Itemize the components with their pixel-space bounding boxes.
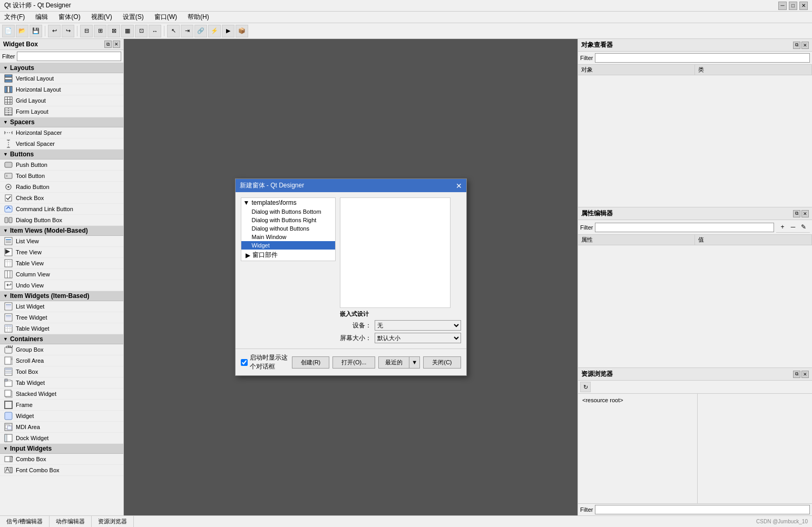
widget-item[interactable]: Push Button	[0, 160, 123, 171]
widget-box-close-btn[interactable]: ✕	[113, 41, 120, 48]
bottom-tab-动作编辑器[interactable]: 动作编辑器	[50, 516, 92, 527]
section-header-item-views-(model-based)[interactable]: ▼Item Views (Model-Based)	[0, 226, 123, 236]
layout-h-button[interactable]: ⊟	[80, 25, 93, 37]
menubar-item[interactable]: 帮助(H)	[185, 12, 211, 23]
tree-item-3[interactable]: Main Window	[241, 233, 335, 241]
resource-browser-close-btn[interactable]: ✕	[801, 371, 809, 378]
close-dialog-button[interactable]: 关闭(C)	[423, 356, 461, 369]
device-select[interactable]: 无	[375, 320, 461, 331]
prop-remove-btn[interactable]: ─	[789, 223, 797, 231]
section-header-layouts[interactable]: ▼Layouts	[0, 63, 123, 73]
widget-item[interactable]: Dialog Button Box	[0, 215, 123, 226]
tree-item-0[interactable]: Dialog with Buttons Bottom	[241, 207, 335, 216]
widget-item[interactable]: Tree Widget	[0, 312, 123, 323]
widget-item[interactable]: List Widget	[0, 301, 123, 312]
menubar-item[interactable]: 文件(F)	[2, 12, 27, 23]
buddy-button[interactable]: 🔗	[194, 25, 207, 37]
property-editor-filter-input[interactable]	[595, 223, 774, 232]
modal-close-btn[interactable]: ✕	[456, 182, 462, 190]
prop-edit-btn[interactable]: ✎	[799, 223, 808, 231]
object-inspector-filter-input[interactable]	[595, 53, 810, 63]
menubar-item[interactable]: 窗体(O)	[56, 12, 82, 23]
widget-box-float-btn[interactable]: ⧉	[104, 41, 112, 48]
prop-add-btn[interactable]: +	[778, 223, 787, 231]
object-inspector-float-btn[interactable]: ⧉	[793, 42, 800, 49]
widget-item[interactable]: Frame	[0, 400, 123, 411]
menubar-item[interactable]: 视图(V)	[89, 12, 114, 23]
action-button[interactable]: ▶	[222, 25, 234, 37]
widget-item[interactable]: Grid Layout	[0, 95, 123, 106]
property-editor-close-btn[interactable]: ✕	[801, 210, 809, 217]
widget-item[interactable]: AFont Combo Box	[0, 465, 123, 476]
pointer-button[interactable]: ↖	[167, 25, 180, 37]
widget-item[interactable]: Scroll Area	[0, 355, 123, 366]
bottom-tab-信号-槽编辑器[interactable]: 信号/槽编辑器	[0, 516, 50, 527]
maximize-button[interactable]: □	[789, 2, 797, 10]
property-editor-float-btn[interactable]: ⧉	[793, 210, 800, 217]
tree-item-2[interactable]: Dialog without Buttons	[241, 224, 335, 233]
undo-button[interactable]: ↩	[48, 25, 61, 37]
section-header-input-widgets[interactable]: ▼Input Widgets	[0, 444, 123, 454]
signal-slot-button[interactable]: ⚡	[208, 25, 221, 37]
widget-item[interactable]: Table Widget	[0, 323, 123, 334]
layout-grid-button[interactable]: ⊠	[107, 25, 120, 37]
bottom-tab-资源浏览器[interactable]: 资源浏览器	[92, 516, 134, 527]
tree-child-row[interactable]: ▶ 窗口部件	[241, 250, 335, 261]
resource-root-item[interactable]: <resource root>	[580, 396, 695, 404]
widget-item[interactable]: Table View	[0, 258, 123, 269]
widget-item[interactable]: Horizontal Layout	[0, 84, 123, 95]
adjust-size-button[interactable]: ↔	[149, 25, 161, 37]
widget-item[interactable]: Stacked Widget	[0, 389, 123, 400]
widget-item[interactable]: Tool Button	[0, 171, 123, 182]
section-header-containers[interactable]: ▼Containers	[0, 334, 123, 344]
widget-box-filter-input[interactable]	[17, 52, 121, 61]
widget-item[interactable]: Tool Box	[0, 366, 123, 377]
widget-item[interactable]: Vertical Spacer	[0, 138, 123, 150]
save-button[interactable]: 💾	[30, 25, 42, 37]
widget-item[interactable]: Vertical Layout	[0, 73, 123, 84]
widget-item[interactable]: List View	[0, 236, 123, 247]
widget-item[interactable]: Column View	[0, 269, 123, 280]
canvas-area[interactable]: 新建窗体 - Qt Designer ✕ ▼ templates\forms	[124, 39, 578, 515]
minimize-button[interactable]: ─	[778, 2, 787, 10]
resource-filter-input[interactable]	[595, 505, 810, 514]
resource-browser-float-btn[interactable]: ⧉	[793, 371, 800, 378]
recent-arrow-btn[interactable]: ▼	[409, 356, 420, 369]
section-header-item-widgets-(item-based)[interactable]: ▼Item Widgets (Item-Based)	[0, 291, 123, 301]
tree-parent-item[interactable]: ▼ templates\forms	[241, 198, 335, 207]
tree-item-4[interactable]: Widget	[241, 241, 335, 250]
tab-order-button[interactable]: ⇥	[181, 25, 193, 37]
widget-item[interactable]: Radio Button	[0, 182, 123, 193]
widget-item[interactable]: ▶Tree View	[0, 247, 123, 258]
widget-item[interactable]: abcGroup Box	[0, 344, 123, 355]
widget-item[interactable]: Form Layout	[0, 106, 123, 117]
menubar-item[interactable]: 编辑	[33, 12, 50, 23]
menubar-item[interactable]: 设置(S)	[121, 12, 146, 23]
screen-select[interactable]: 默认大小	[375, 333, 461, 343]
widget-item[interactable]: Tab Widget	[0, 377, 123, 389]
resource-button[interactable]: 📦	[236, 25, 248, 37]
layout-form-button[interactable]: ▦	[121, 25, 134, 37]
widget-item[interactable]: Widget	[0, 411, 123, 422]
open-button[interactable]: 📂	[16, 25, 28, 37]
tree-item-1[interactable]: Dialog with Buttons Right	[241, 216, 335, 224]
section-header-spacers[interactable]: ▼Spacers	[0, 117, 123, 127]
show-dialog-checkbox[interactable]	[241, 359, 248, 366]
widget-item[interactable]: MDI Area	[0, 422, 123, 433]
new-button[interactable]: 📄	[2, 25, 15, 37]
widget-item[interactable]: Command Link Button	[0, 204, 123, 215]
section-header-buttons[interactable]: ▼Buttons	[0, 150, 123, 160]
create-button[interactable]: 创建(R)	[292, 356, 329, 369]
redo-button[interactable]: ↪	[62, 25, 74, 37]
resource-refresh-btn[interactable]: ↻	[580, 382, 591, 392]
recent-button[interactable]: 最近的	[378, 356, 409, 369]
widget-item[interactable]: Check Box	[0, 193, 123, 204]
widget-item[interactable]: ▼Combo Box	[0, 454, 123, 465]
break-layout-button[interactable]: ⊡	[135, 25, 148, 37]
widget-item[interactable]: ↩Undo View	[0, 280, 123, 291]
menubar-item[interactable]: 窗口(W)	[152, 12, 179, 23]
object-inspector-close-btn[interactable]: ✕	[801, 42, 809, 49]
layout-v-button[interactable]: ⊞	[94, 25, 106, 37]
widget-item[interactable]: Dock Widget	[0, 433, 123, 444]
widget-item[interactable]: Horizontal Spacer	[0, 127, 123, 138]
